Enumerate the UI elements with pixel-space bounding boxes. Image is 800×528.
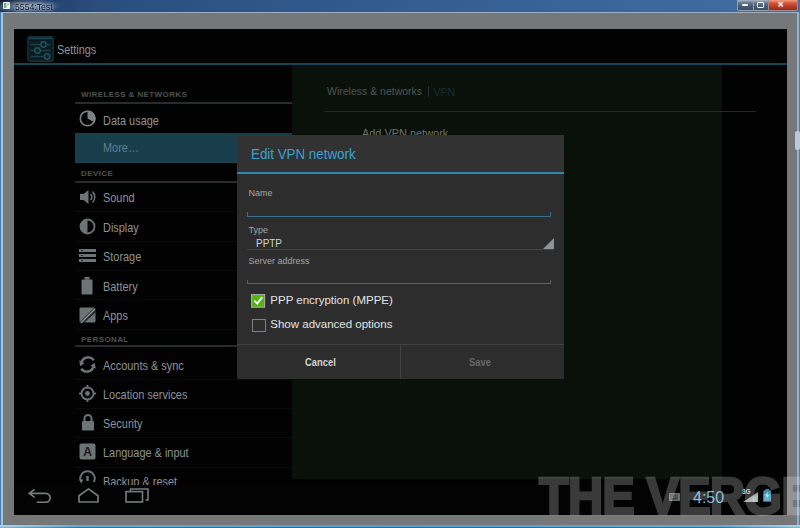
svg-text:A: A <box>83 445 92 459</box>
